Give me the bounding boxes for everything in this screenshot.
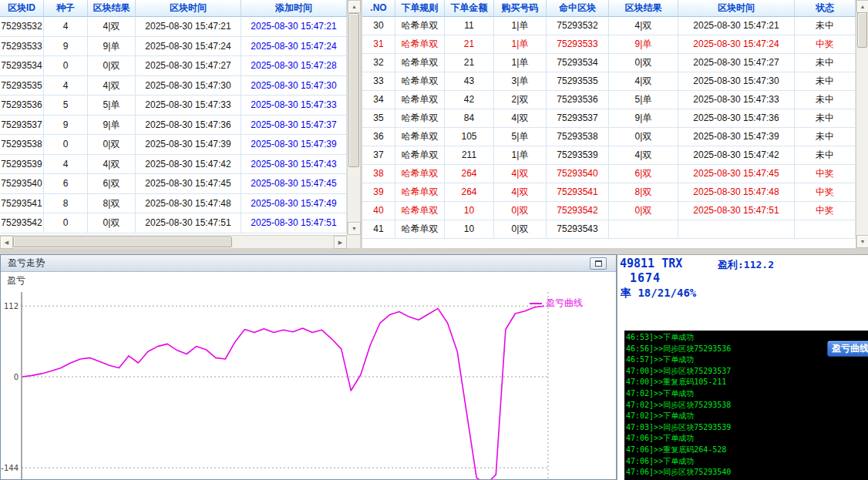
block-table-body: 7529353244|双2025-08-30 15:47:212025-08-3… <box>0 17 347 235</box>
svg-text:0: 0 <box>14 373 19 381</box>
order-col-header-3[interactable]: 下单金额 <box>445 0 494 17</box>
order-col-header-6[interactable]: 区块结果 <box>609 0 678 17</box>
order-table-row[interactable]: 40哈希单双100|双752935420|双2025-08-30 15:47:5… <box>362 202 856 220</box>
scroll-up-button[interactable]: ▲ <box>856 0 868 13</box>
table-cell: 2025-08-30 15:47:51 <box>241 213 347 233</box>
order-table-vscrollbar[interactable]: ▲ ▼ <box>856 0 868 248</box>
table-cell: 75293540 <box>0 174 44 194</box>
block-table-row[interactable]: 7529353655|单2025-08-30 15:47:332025-08-3… <box>0 96 347 116</box>
table-cell: 0|双 <box>609 54 678 72</box>
order-col-header-1[interactable]: .NO <box>362 0 395 17</box>
log-line: 47:02]>>下单成功 <box>626 388 868 400</box>
table-cell: 2025-08-30 15:47:36 <box>136 116 241 136</box>
block-table-row[interactable]: 7529353544|双2025-08-30 15:47:302025-08-3… <box>0 76 347 96</box>
order-table-row[interactable]: 39哈希单双2644|双752935418|双2025-08-30 15:47:… <box>362 183 856 202</box>
table-cell <box>678 220 795 239</box>
block-col-header-2[interactable]: 种子 <box>44 0 88 17</box>
profit-curve-button[interactable]: 盈亏曲线 <box>827 341 868 357</box>
scroll-left-button[interactable]: ◀ <box>0 236 13 249</box>
table-cell: 未中 <box>795 72 856 91</box>
table-cell: 未中 <box>795 54 856 72</box>
profit-trend-window: 盈亏走势 盈亏 1120-144 盈亏曲线 <box>0 254 617 480</box>
table-cell: 5 <box>44 96 88 116</box>
table-cell: 75293541 <box>547 183 609 202</box>
table-cell: 0|双 <box>609 128 678 146</box>
vscrollbar-thumb[interactable] <box>348 13 359 167</box>
table-cell: 1|单 <box>494 35 547 54</box>
order-col-header-8[interactable]: 状态 <box>795 0 856 17</box>
block-col-header-4[interactable]: 区块时间 <box>136 0 241 17</box>
table-cell: 75293539 <box>0 155 44 175</box>
table-cell: 42 <box>445 91 494 109</box>
order-col-header-4[interactable]: 购买号码 <box>494 0 547 17</box>
block-table-row[interactable]: 7529354200|双2025-08-30 15:47:512025-08-3… <box>0 213 347 233</box>
table-cell: 2025-08-30 15:47:39 <box>136 135 241 155</box>
table-cell: 4|双 <box>609 146 678 165</box>
order-table-row[interactable]: 37哈希单双2111|单752935394|双2025-08-30 15:47:… <box>362 146 856 165</box>
order-col-header-5[interactable]: 命中区块 <box>547 0 609 17</box>
table-cell: 264 <box>445 183 494 202</box>
block-table-row[interactable]: 7529353244|双2025-08-30 15:47:212025-08-3… <box>0 17 347 37</box>
block-table-row[interactable]: 7529353944|双2025-08-30 15:47:422025-08-3… <box>0 155 347 175</box>
block-table-row[interactable]: 7529353399|单2025-08-30 15:47:242025-08-3… <box>0 37 347 57</box>
table-cell: 哈希单双 <box>395 35 445 54</box>
table-cell: 75293533 <box>0 37 44 57</box>
table-cell: 75293538 <box>547 128 609 146</box>
log-line: 47:02]>>同步区块75293538 <box>626 400 868 411</box>
profit-trend-titlebar[interactable]: 盈亏走势 <box>1 255 616 272</box>
table-cell: 1|单 <box>494 146 547 165</box>
scroll-down-button[interactable]: ▼ <box>348 222 361 235</box>
log-line: 47:00]>>同步区块75293537 <box>626 366 868 378</box>
block-table-row[interactable]: 7529354188|双2025-08-30 15:47:482025-08-3… <box>0 194 347 214</box>
block-col-header-5[interactable]: 添加时间 <box>241 0 347 17</box>
block-table-row[interactable]: 7529354066|双2025-08-30 15:47:452025-08-3… <box>0 174 347 194</box>
order-table-row[interactable]: 31哈希单双211|单752935339|单2025-08-30 15:47:2… <box>362 35 856 54</box>
order-table-row[interactable]: 35哈希单双844|双752935379|单2025-08-30 15:47:3… <box>362 109 856 128</box>
table-cell: 43 <box>445 72 494 91</box>
order-table-row[interactable]: 41哈希单双100|双75293543 <box>362 220 856 239</box>
order-table-row[interactable]: 36哈希单双1055|单752935380|双2025-08-30 15:47:… <box>362 128 856 146</box>
scroll-down-button[interactable]: ▼ <box>856 235 868 248</box>
table-cell: 2025-08-30 15:47:33 <box>678 91 795 109</box>
table-cell: 2025-08-30 15:47:27 <box>136 56 241 76</box>
table-cell: 39 <box>362 183 395 202</box>
hscrollbar-thumb[interactable] <box>13 237 232 247</box>
scroll-up-button[interactable]: ▲ <box>348 0 361 13</box>
block-table-vscrollbar[interactable]: ▲ ▼ <box>347 0 360 235</box>
balance-text: 49811 TRX <box>620 257 682 270</box>
table-cell: 未中 <box>795 109 856 128</box>
block-table-row[interactable]: 7529353799|单2025-08-30 15:47:362025-08-3… <box>0 116 347 136</box>
block-table-row[interactable]: 7529353400|双2025-08-30 15:47:272025-08-3… <box>0 56 347 76</box>
table-cell: 37 <box>362 146 395 165</box>
table-cell: 38 <box>362 165 395 183</box>
table-cell: 2025-08-30 15:47:51 <box>678 202 795 220</box>
table-cell: 75293532 <box>0 17 44 37</box>
block-col-header-3[interactable]: 区块结果 <box>88 0 136 17</box>
restore-button[interactable] <box>590 257 607 270</box>
vscrollbar-thumb[interactable] <box>857 12 867 48</box>
table-cell: 2025-08-30 15:47:21 <box>241 17 347 37</box>
order-table-row[interactable]: 32哈希单双211|单752935340|双2025-08-30 15:47:2… <box>362 54 856 72</box>
stats-panel: 49811 TRX 盈利:112.2 1674 率 18/21/46% 46:5… <box>617 254 868 480</box>
order-col-header-2[interactable]: 下单规则 <box>395 0 445 17</box>
table-cell: 4|双 <box>494 165 547 183</box>
block-table-row[interactable]: 7529353800|双2025-08-30 15:47:392025-08-3… <box>0 135 347 155</box>
table-cell: 未中 <box>795 17 856 35</box>
scroll-right-button[interactable]: ▶ <box>334 236 347 249</box>
table-cell: 75293537 <box>547 109 609 128</box>
table-cell: 9|单 <box>88 116 136 136</box>
block-col-header-1[interactable]: 区块ID <box>0 0 44 17</box>
table-cell: 2025-08-30 15:47:30 <box>678 72 795 91</box>
table-cell: 2025-08-30 15:47:45 <box>241 174 347 194</box>
table-cell: 2|双 <box>494 91 547 109</box>
table-cell: 9|单 <box>609 35 678 54</box>
block-table-hscrollbar[interactable]: ◀ ▶ <box>0 235 347 248</box>
order-table-row[interactable]: 34哈希单双422|双752935365|单2025-08-30 15:47:3… <box>362 91 856 109</box>
table-cell: 3|单 <box>494 72 547 91</box>
table-cell: 2025-08-30 15:47:37 <box>241 116 347 136</box>
order-table-row[interactable]: 30哈希单双111|单752935324|双2025-08-30 15:47:2… <box>362 17 856 35</box>
svg-text:-144: -144 <box>1 464 19 472</box>
order-col-header-7[interactable]: 区块时间 <box>678 0 795 17</box>
order-table-row[interactable]: 38哈希单双2644|双752935406|双2025-08-30 15:47:… <box>362 165 856 183</box>
order-table-row[interactable]: 33哈希单双433|单752935354|双2025-08-30 15:47:3… <box>362 72 856 91</box>
